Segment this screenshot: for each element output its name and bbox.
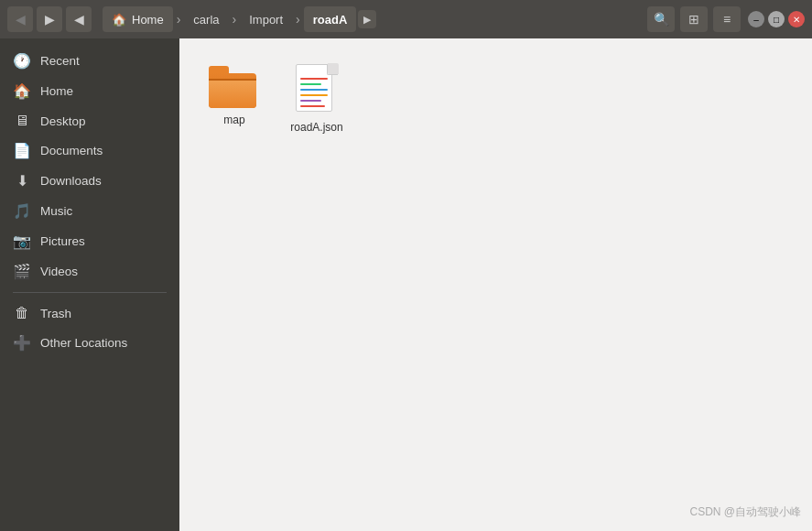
window-controls: – □ ✕ (748, 11, 805, 27)
sidebar-label-desktop: Desktop (40, 114, 86, 128)
sidebar-label-pictures: Pictures (40, 234, 85, 248)
sidebar-item-trash[interactable]: 🗑 Trash (0, 298, 179, 328)
breadcrumb-sep-1: › (175, 12, 183, 27)
sidebar-item-desktop[interactable]: 🖥 Desktop (0, 106, 179, 135)
view-toggle-button[interactable]: ⊞ (680, 6, 708, 32)
sidebar-item-documents[interactable]: 📄 Documents (0, 135, 179, 166)
nav-forward-button[interactable]: ▶ (37, 6, 62, 32)
minimize-icon: – (753, 15, 759, 25)
file-area-wrapper: map roadA.j (179, 38, 812, 531)
sidebar-item-pictures[interactable]: 📷 Pictures (0, 226, 179, 256)
trash-icon: 🗑 (13, 305, 31, 321)
home-icon: 🏠 (112, 13, 126, 27)
music-icon: 🎵 (13, 202, 31, 220)
close-icon: ✕ (793, 15, 800, 25)
search-button[interactable]: 🔍 (647, 6, 675, 32)
folder-icon-map (209, 64, 260, 108)
other-locations-icon: ➕ (13, 334, 31, 352)
file-label-roadajson: roadA.json (290, 121, 342, 134)
maximize-button[interactable]: □ (768, 11, 785, 27)
sidebar-label-videos: Videos (40, 265, 78, 278)
file-grid: map roadA.j (198, 57, 794, 141)
doc-icon-roadajson (296, 64, 338, 115)
sidebar-divider (13, 292, 167, 293)
sidebar-label-documents: Documents (40, 144, 103, 157)
file-label-map: map (223, 114, 244, 126)
minimize-button[interactable]: – (748, 11, 764, 27)
sidebar-label-home: Home (40, 84, 73, 98)
watermark: CSDN @自动驾驶小峰 (689, 504, 801, 520)
view-icon: ⊞ (688, 12, 699, 27)
sidebar-label-music: Music (40, 204, 72, 218)
menu-button[interactable]: ≡ (713, 6, 741, 32)
file-item-roadajson[interactable]: roadA.json (280, 57, 353, 141)
sidebar-item-music[interactable]: 🎵 Music (0, 196, 179, 226)
breadcrumb-home-label: Home (132, 13, 164, 27)
sidebar-label-trash: Trash (40, 307, 71, 320)
sidebar-item-videos[interactable]: 🎬 Videos (0, 256, 179, 287)
documents-icon: 📄 (13, 142, 31, 159)
titlebar: ◀ ▶ ◀ 🏠 Home › carla › Import › roadA ▶ … (0, 0, 812, 38)
breadcrumb-sep-3: › (294, 12, 302, 27)
sidebar-label-recent: Recent (40, 54, 80, 68)
breadcrumb: 🏠 Home › carla › Import › roadA ▶ (103, 6, 636, 32)
videos-icon: 🎬 (13, 263, 31, 280)
breadcrumb-home-button[interactable]: 🏠 Home (103, 6, 173, 32)
titlebar-actions: 🔍 ⊞ ≡ (647, 6, 741, 32)
breadcrumb-sep-2: › (231, 12, 239, 27)
nav-back-button[interactable]: ◀ (7, 6, 33, 32)
file-item-map[interactable]: map (198, 57, 271, 141)
sidebar-label-downloads: Downloads (40, 174, 102, 188)
downloads-icon: ⬇ (13, 172, 31, 190)
pictures-icon: 📷 (13, 233, 31, 250)
sidebar-item-downloads[interactable]: ⬇ Downloads (0, 166, 179, 196)
breadcrumb-more-button[interactable]: ▶ (358, 10, 376, 28)
menu-icon: ≡ (723, 12, 731, 27)
recent-icon: 🕐 (13, 52, 31, 70)
close-button[interactable]: ✕ (788, 11, 805, 27)
breadcrumb-carla-button[interactable]: carla (184, 6, 228, 32)
sidebar-item-other-locations[interactable]: ➕ Other Locations (0, 328, 179, 358)
nav-up-button[interactable]: ◀ (66, 6, 92, 32)
main-area: 🕐 Recent 🏠 Home 🖥 Desktop 📄 Documents ⬇ … (0, 38, 812, 531)
sidebar-label-other-locations: Other Locations (40, 336, 127, 350)
breadcrumb-import-button[interactable]: Import (240, 6, 292, 32)
sidebar: 🕐 Recent 🏠 Home 🖥 Desktop 📄 Documents ⬇ … (0, 38, 179, 531)
search-icon: 🔍 (654, 12, 669, 27)
sidebar-item-home[interactable]: 🏠 Home (0, 76, 179, 106)
file-area: map roadA.j (179, 38, 812, 531)
desktop-icon: 🖥 (13, 113, 31, 129)
breadcrumb-roada-button[interactable]: roadA (304, 6, 357, 32)
maximize-icon: □ (774, 15, 779, 25)
home-icon: 🏠 (13, 82, 31, 100)
sidebar-item-recent[interactable]: 🕐 Recent (0, 46, 179, 76)
